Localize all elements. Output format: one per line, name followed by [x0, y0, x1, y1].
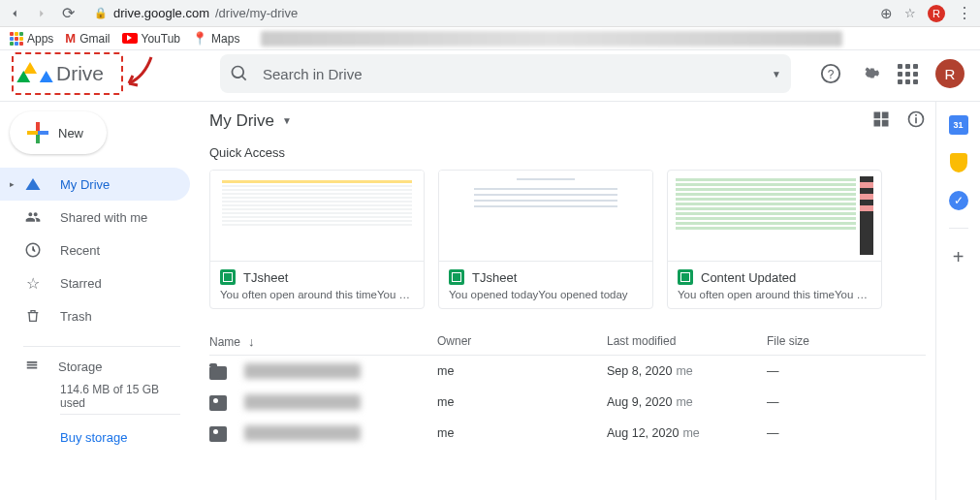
expand-icon[interactable]: ▸: [10, 179, 15, 189]
sidebar-item-label: Trash: [60, 309, 92, 324]
forward-icon[interactable]: [35, 7, 48, 20]
drive-logo-annotated[interactable]: Drive: [12, 52, 123, 95]
shared-folder-icon: [209, 395, 227, 411]
column-size[interactable]: File size: [767, 334, 864, 349]
shared-icon: [23, 209, 43, 225]
breadcrumb-title: My Drive: [209, 111, 274, 131]
cell-modified: Sep 8, 2020: [607, 364, 672, 378]
address-bar[interactable]: 🔒 drive.google.com/drive/my-drive: [88, 6, 867, 20]
redacted-filename: [244, 394, 361, 410]
cell-modified: Aug 12, 2020: [607, 426, 679, 440]
star-icon: ☆: [23, 274, 43, 293]
table-row[interactable]: me Sep 8, 2020me —: [209, 356, 926, 387]
sidebar-item-storage[interactable]: Storage: [23, 359, 180, 375]
column-owner[interactable]: Owner: [437, 334, 607, 349]
main-content: My Drive ▼ Quick Access TJsheet You ofte…: [204, 102, 935, 500]
bookmark-star-icon[interactable]: ☆: [904, 6, 916, 20]
bookmark-label: Gmail: [79, 32, 110, 46]
search-icon: [230, 64, 249, 83]
lock-icon: 🔒: [94, 7, 108, 19]
profile-avatar-small[interactable]: R: [928, 5, 945, 22]
bookmark-label: Maps: [211, 32, 239, 46]
sidebar-item-trash[interactable]: Trash: [0, 299, 190, 332]
table-row[interactable]: me Aug 12, 2020me —: [209, 418, 926, 449]
table-row[interactable]: me Aug 9, 2020me —: [209, 387, 926, 418]
sidebar-item-label: Shared with me: [60, 210, 147, 225]
card-title: TJsheet: [472, 270, 517, 285]
card-subtitle: You opened todayYou opened today: [449, 289, 643, 300]
bookmark-apps[interactable]: Apps: [10, 32, 53, 46]
quick-access-heading: Quick Access: [209, 145, 926, 160]
sidebar: New ▸ My Drive Shared with me Recent ☆ S…: [0, 102, 204, 500]
calendar-icon[interactable]: 31: [949, 115, 968, 135]
bookmarks-bar: Apps MGmail YouTub 📍Maps: [0, 27, 980, 50]
storage-label: Storage: [58, 359, 103, 374]
card-subtitle: You often open around this timeYou often…: [220, 289, 414, 300]
storage-icon: [23, 359, 41, 375]
new-button[interactable]: New: [10, 111, 107, 154]
sidebar-item-label: Starred: [60, 276, 102, 291]
sheets-icon: [678, 269, 693, 285]
bookmark-youtube[interactable]: YouTub: [122, 32, 180, 46]
grid-view-icon[interactable]: [871, 109, 891, 132]
maps-icon: 📍: [192, 31, 207, 46]
quick-access-card[interactable]: TJsheet You opened todayYou opened today: [438, 170, 653, 309]
breadcrumb[interactable]: My Drive ▼: [209, 111, 292, 131]
gmail-icon: M: [65, 31, 76, 46]
bookmark-label: Apps: [27, 32, 53, 46]
svg-text:?: ?: [828, 68, 835, 81]
google-apps-icon[interactable]: [898, 64, 918, 84]
url-host: drive.google.com: [113, 6, 209, 20]
help-icon[interactable]: ?: [820, 63, 841, 84]
cell-modified-by: me: [682, 426, 699, 440]
reload-icon[interactable]: ⟳: [62, 4, 75, 22]
browser-menu-icon[interactable]: ⋮: [957, 4, 972, 22]
drive-logo-text: Drive: [56, 62, 104, 85]
addons-plus-icon[interactable]: +: [953, 246, 964, 268]
chevron-down-icon: ▼: [282, 115, 292, 126]
cell-owner: me: [437, 426, 607, 440]
cell-owner: me: [437, 395, 607, 409]
sheets-icon: [449, 269, 464, 285]
settings-gear-icon[interactable]: [859, 63, 880, 84]
tasks-icon[interactable]: ✓: [949, 191, 968, 210]
search-options-icon[interactable]: ▼: [772, 69, 781, 79]
search-placeholder: Search in Drive: [263, 66, 758, 82]
keep-icon[interactable]: [948, 152, 969, 173]
sidebar-item-shared[interactable]: Shared with me: [0, 201, 190, 234]
apps-icon: [10, 32, 23, 46]
plus-icon: [27, 122, 48, 143]
drive-logo-icon: [21, 62, 48, 85]
quick-access-card[interactable]: TJsheet You often open around this timeY…: [209, 170, 425, 309]
sheets-icon: [220, 269, 236, 285]
folder-icon: [209, 366, 227, 380]
column-name[interactable]: Name↓: [209, 334, 437, 349]
card-thumbnail: [210, 171, 424, 262]
quick-access-card[interactable]: Content Updated You often open around th…: [667, 170, 882, 309]
column-modified[interactable]: Last modified: [607, 334, 767, 349]
back-icon[interactable]: [8, 7, 21, 20]
quick-access-cards: TJsheet You often open around this timeY…: [209, 170, 926, 309]
sidebar-item-mydrive[interactable]: ▸ My Drive: [0, 168, 190, 201]
sidebar-item-starred[interactable]: ☆ Starred: [0, 266, 190, 299]
card-thumbnail: [439, 171, 652, 262]
card-title: TJsheet: [243, 270, 288, 285]
file-table-header: Name↓ Owner Last modified File size: [209, 328, 926, 356]
info-icon[interactable]: [906, 109, 926, 132]
bookmark-maps[interactable]: 📍Maps: [192, 31, 239, 46]
bookmark-label: YouTub: [142, 32, 180, 46]
cell-size: —: [767, 426, 864, 440]
bookmark-gmail[interactable]: MGmail: [65, 31, 110, 46]
account-avatar[interactable]: R: [935, 59, 964, 88]
clock-icon: [23, 241, 43, 259]
buy-storage-link[interactable]: Buy storage: [60, 430, 180, 445]
browser-toolbar: ⟳ 🔒 drive.google.com/drive/my-drive ⊕ ☆ …: [0, 0, 980, 27]
search-bar[interactable]: Search in Drive ▼: [220, 54, 791, 93]
sidebar-item-recent[interactable]: Recent: [0, 234, 190, 266]
annotation-arrow: [117, 52, 156, 91]
zoom-icon[interactable]: ⊕: [880, 5, 893, 22]
app-header: Drive Search in Drive ▼ ? R: [0, 50, 980, 97]
cell-size: —: [767, 364, 864, 378]
card-thumbnail: [668, 171, 881, 262]
sort-down-icon: ↓: [248, 334, 255, 349]
